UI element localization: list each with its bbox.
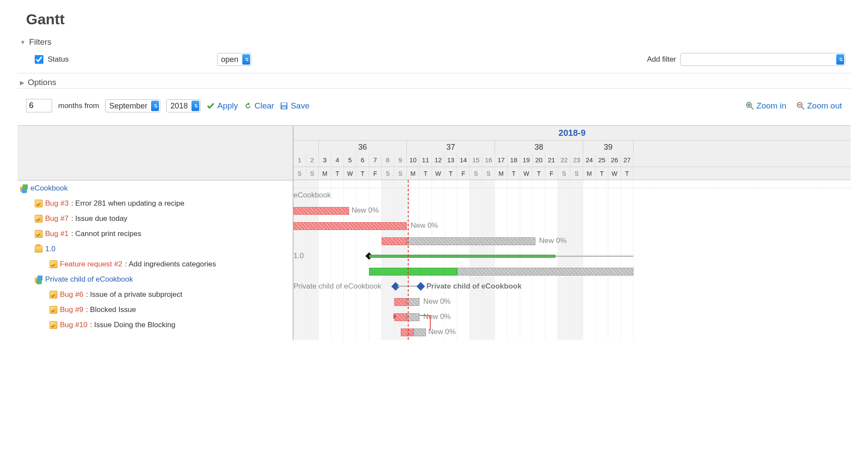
day-header-cell: 27	[621, 154, 634, 167]
issue-row[interactable]: Bug #7: Issue due today	[17, 211, 293, 226]
day-header-cell: 16	[482, 154, 495, 167]
filters-legend[interactable]: ▼ Filters	[17, 36, 54, 48]
issue-icon	[35, 200, 43, 207]
options-legend[interactable]: ▶ Options	[17, 77, 59, 88]
issue-title: : Error 281 when updating a recipe	[71, 199, 185, 208]
issue-row[interactable]: Bug #3: Error 281 when updating a recipe	[17, 196, 293, 211]
gantt-bar-row: New 0%	[294, 218, 851, 233]
gantt-bar-row: New 0%	[294, 203, 851, 218]
filters-fieldset: ▼ Filters Status open Add filter	[17, 36, 851, 73]
timeline-header: 2018-9 36373839 123456789101112131415161…	[294, 126, 851, 180]
project-link[interactable]: eCookbook	[30, 184, 68, 193]
issue-icon	[50, 260, 57, 268]
status-operator-select[interactable]: open	[217, 53, 251, 66]
gantt-bar-row: eCookbook	[294, 188, 851, 203]
week-header-cell: 37	[407, 141, 495, 154]
task-status-label: New 0%	[423, 297, 451, 306]
weekday-header-cell: T	[356, 167, 369, 180]
week-header-cell: 36	[319, 141, 407, 154]
months-from-label: months from	[58, 102, 99, 110]
issue-row[interactable]: Bug #6: Issue of a private subproject	[17, 287, 293, 302]
save-button[interactable]: Save	[280, 101, 309, 111]
issue-id-link[interactable]: Bug #6	[60, 290, 83, 299]
task-bar[interactable]	[407, 237, 535, 245]
issue-row[interactable]: Bug #9: Blocked Issue	[17, 302, 293, 317]
gantt-subjects-column: eCookbookBug #3: Error 281 when updating…	[17, 126, 294, 340]
issue-id-link[interactable]: Bug #3	[45, 199, 69, 208]
task-status-label: New 0%	[539, 236, 567, 245]
issue-id-link[interactable]: Bug #7	[45, 214, 69, 223]
weekday-header-cell: W	[344, 167, 356, 180]
gantt-bar-row: New 0%	[294, 309, 851, 325]
months-input[interactable]	[26, 99, 52, 112]
issue-row[interactable]: Feature request #2: Add ingredients cate…	[17, 256, 293, 272]
day-header-cell: 1	[294, 154, 306, 167]
version-link[interactable]: 1.0	[45, 245, 56, 253]
page-title: Gantt	[26, 11, 842, 28]
task-bar[interactable]	[407, 313, 419, 321]
project-row[interactable]: eCookbook	[17, 181, 293, 196]
status-filter-checkbox[interactable]	[35, 55, 43, 64]
weekday-header-cell: S	[470, 167, 482, 180]
issue-icon	[50, 306, 57, 314]
weekday-header-cell: S	[382, 167, 394, 180]
project-link[interactable]: Private child of eCookbook	[45, 275, 133, 284]
task-bar[interactable]	[394, 298, 407, 306]
task-bar[interactable]	[457, 268, 634, 276]
issue-title: : Add ingredients categories	[125, 260, 216, 269]
gantt-bar-row: New 0%	[294, 325, 851, 340]
issue-icon	[50, 291, 57, 299]
day-header-cell: 20	[533, 154, 545, 167]
issue-id-link[interactable]: Feature request #2	[60, 260, 122, 269]
zoom-in-button[interactable]: Zoom in	[746, 101, 786, 111]
task-bar[interactable]	[407, 298, 419, 306]
weekday-header-cell: T	[331, 167, 344, 180]
weekday-header-cell: M	[319, 167, 331, 180]
task-bar[interactable]	[294, 222, 407, 230]
gantt-bar-row: New 0%	[294, 233, 851, 249]
weekday-header-cell: W	[608, 167, 621, 180]
weekday-header-cell: F	[457, 167, 470, 180]
year-select[interactable]: 2018	[166, 99, 201, 112]
issue-title: : Cannot print recipes	[71, 230, 142, 238]
gantt-bar-row: 1.0	[294, 249, 851, 264]
zoom-out-button[interactable]: Zoom out	[797, 101, 842, 111]
task-bar[interactable]	[294, 207, 349, 215]
day-header-cell: 7	[369, 154, 382, 167]
controls-row: months from September 2018 Apply Clear S…	[17, 92, 851, 119]
day-header-cell: 2	[306, 154, 319, 167]
task-bar[interactable]	[369, 268, 457, 276]
gantt-timeline: 2018-9 36373839 123456789101112131415161…	[294, 126, 851, 340]
day-header-cell: 6	[356, 154, 369, 167]
issue-id-link[interactable]: Bug #10	[60, 321, 87, 329]
weekday-header-cell: S	[571, 167, 583, 180]
issue-icon	[50, 321, 57, 329]
clear-button[interactable]: Clear	[244, 101, 274, 111]
svg-rect-1	[282, 103, 287, 105]
add-filter-select-wrap	[680, 53, 845, 66]
apply-button[interactable]: Apply	[207, 101, 238, 111]
issue-id-link[interactable]: Bug #1	[45, 230, 69, 238]
version-row[interactable]: 1.0	[17, 241, 293, 256]
version-bar[interactable]	[369, 255, 555, 258]
add-filter-select[interactable]	[680, 53, 845, 66]
svg-rect-2	[282, 106, 286, 109]
chevron-right-icon: ▶	[20, 79, 24, 86]
task-status-label: eCookbook	[294, 191, 331, 200]
issue-row[interactable]: Bug #10: Issue Doing the Blocking	[17, 317, 293, 332]
issue-row[interactable]: Bug #1: Cannot print recipes	[17, 226, 293, 241]
issue-id-link[interactable]: Bug #9	[60, 305, 83, 314]
check-icon	[207, 102, 215, 110]
project-row[interactable]: Private child of eCookbook	[17, 272, 293, 287]
project-bar-label: Private child of eCookbook	[426, 282, 521, 291]
weekday-header-cell: M	[495, 167, 508, 180]
day-header-cell: 21	[545, 154, 558, 167]
day-header-cell: 23	[571, 154, 583, 167]
task-bar[interactable]	[401, 328, 413, 336]
day-header-cell: 5	[344, 154, 356, 167]
month-select[interactable]: September	[105, 99, 160, 112]
weekday-header-cell: S	[294, 167, 306, 180]
issue-title: : Issue of a private subproject	[86, 290, 182, 299]
task-bar[interactable]	[382, 237, 407, 245]
weekday-header-cell: S	[394, 167, 407, 180]
